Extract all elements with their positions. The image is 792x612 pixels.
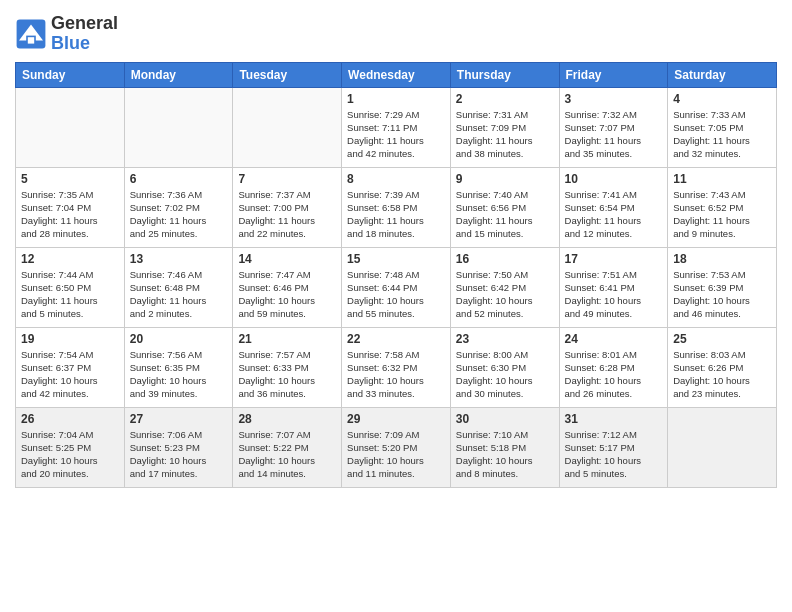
day-number: 9 — [456, 172, 554, 186]
calendar-cell: 12Sunrise: 7:44 AM Sunset: 6:50 PM Dayli… — [16, 247, 125, 327]
day-number: 24 — [565, 332, 663, 346]
day-number: 8 — [347, 172, 445, 186]
weekday-wednesday: Wednesday — [342, 62, 451, 87]
day-number: 30 — [456, 412, 554, 426]
logo-text: GeneralBlue — [51, 14, 118, 54]
day-number: 4 — [673, 92, 771, 106]
day-info: Sunrise: 7:40 AM Sunset: 6:56 PM Dayligh… — [456, 188, 554, 241]
calendar-cell: 18Sunrise: 7:53 AM Sunset: 6:39 PM Dayli… — [668, 247, 777, 327]
day-info: Sunrise: 7:57 AM Sunset: 6:33 PM Dayligh… — [238, 348, 336, 401]
day-number: 3 — [565, 92, 663, 106]
svg-rect-3 — [28, 37, 34, 43]
day-info: Sunrise: 7:43 AM Sunset: 6:52 PM Dayligh… — [673, 188, 771, 241]
week-row-4: 19Sunrise: 7:54 AM Sunset: 6:37 PM Dayli… — [16, 327, 777, 407]
day-number: 20 — [130, 332, 228, 346]
day-info: Sunrise: 7:10 AM Sunset: 5:18 PM Dayligh… — [456, 428, 554, 481]
week-row-3: 12Sunrise: 7:44 AM Sunset: 6:50 PM Dayli… — [16, 247, 777, 327]
day-info: Sunrise: 7:58 AM Sunset: 6:32 PM Dayligh… — [347, 348, 445, 401]
week-row-2: 5Sunrise: 7:35 AM Sunset: 7:04 PM Daylig… — [16, 167, 777, 247]
day-number: 15 — [347, 252, 445, 266]
day-number: 11 — [673, 172, 771, 186]
day-info: Sunrise: 7:50 AM Sunset: 6:42 PM Dayligh… — [456, 268, 554, 321]
day-info: Sunrise: 7:54 AM Sunset: 6:37 PM Dayligh… — [21, 348, 119, 401]
header: GeneralBlue — [15, 10, 777, 54]
day-info: Sunrise: 7:32 AM Sunset: 7:07 PM Dayligh… — [565, 108, 663, 161]
day-info: Sunrise: 7:31 AM Sunset: 7:09 PM Dayligh… — [456, 108, 554, 161]
day-number: 31 — [565, 412, 663, 426]
day-info: Sunrise: 7:29 AM Sunset: 7:11 PM Dayligh… — [347, 108, 445, 161]
day-info: Sunrise: 7:37 AM Sunset: 7:00 PM Dayligh… — [238, 188, 336, 241]
day-number: 29 — [347, 412, 445, 426]
calendar-cell: 22Sunrise: 7:58 AM Sunset: 6:32 PM Dayli… — [342, 327, 451, 407]
calendar-cell: 31Sunrise: 7:12 AM Sunset: 5:17 PM Dayli… — [559, 407, 668, 487]
day-number: 16 — [456, 252, 554, 266]
calendar-cell: 7Sunrise: 7:37 AM Sunset: 7:00 PM Daylig… — [233, 167, 342, 247]
calendar-cell: 6Sunrise: 7:36 AM Sunset: 7:02 PM Daylig… — [124, 167, 233, 247]
day-number: 23 — [456, 332, 554, 346]
calendar-cell: 8Sunrise: 7:39 AM Sunset: 6:58 PM Daylig… — [342, 167, 451, 247]
day-number: 19 — [21, 332, 119, 346]
calendar-cell: 15Sunrise: 7:48 AM Sunset: 6:44 PM Dayli… — [342, 247, 451, 327]
day-info: Sunrise: 8:03 AM Sunset: 6:26 PM Dayligh… — [673, 348, 771, 401]
weekday-thursday: Thursday — [450, 62, 559, 87]
weekday-friday: Friday — [559, 62, 668, 87]
week-row-1: 1Sunrise: 7:29 AM Sunset: 7:11 PM Daylig… — [16, 87, 777, 167]
calendar-cell: 2Sunrise: 7:31 AM Sunset: 7:09 PM Daylig… — [450, 87, 559, 167]
day-info: Sunrise: 7:46 AM Sunset: 6:48 PM Dayligh… — [130, 268, 228, 321]
day-info: Sunrise: 8:01 AM Sunset: 6:28 PM Dayligh… — [565, 348, 663, 401]
day-number: 2 — [456, 92, 554, 106]
weekday-saturday: Saturday — [668, 62, 777, 87]
weekday-header-row: SundayMondayTuesdayWednesdayThursdayFrid… — [16, 62, 777, 87]
calendar-cell: 20Sunrise: 7:56 AM Sunset: 6:35 PM Dayli… — [124, 327, 233, 407]
day-number: 7 — [238, 172, 336, 186]
calendar-cell: 30Sunrise: 7:10 AM Sunset: 5:18 PM Dayli… — [450, 407, 559, 487]
calendar-cell: 13Sunrise: 7:46 AM Sunset: 6:48 PM Dayli… — [124, 247, 233, 327]
calendar-cell — [124, 87, 233, 167]
day-info: Sunrise: 7:53 AM Sunset: 6:39 PM Dayligh… — [673, 268, 771, 321]
day-number: 14 — [238, 252, 336, 266]
day-info: Sunrise: 7:06 AM Sunset: 5:23 PM Dayligh… — [130, 428, 228, 481]
day-info: Sunrise: 8:00 AM Sunset: 6:30 PM Dayligh… — [456, 348, 554, 401]
day-info: Sunrise: 7:04 AM Sunset: 5:25 PM Dayligh… — [21, 428, 119, 481]
day-info: Sunrise: 7:41 AM Sunset: 6:54 PM Dayligh… — [565, 188, 663, 241]
day-number: 21 — [238, 332, 336, 346]
day-number: 10 — [565, 172, 663, 186]
logo-icon — [15, 18, 47, 50]
calendar-cell: 27Sunrise: 7:06 AM Sunset: 5:23 PM Dayli… — [124, 407, 233, 487]
day-number: 22 — [347, 332, 445, 346]
calendar-cell: 3Sunrise: 7:32 AM Sunset: 7:07 PM Daylig… — [559, 87, 668, 167]
calendar-cell — [16, 87, 125, 167]
calendar-cell: 26Sunrise: 7:04 AM Sunset: 5:25 PM Dayli… — [16, 407, 125, 487]
calendar-cell: 1Sunrise: 7:29 AM Sunset: 7:11 PM Daylig… — [342, 87, 451, 167]
calendar-cell: 14Sunrise: 7:47 AM Sunset: 6:46 PM Dayli… — [233, 247, 342, 327]
day-number: 26 — [21, 412, 119, 426]
day-info: Sunrise: 7:12 AM Sunset: 5:17 PM Dayligh… — [565, 428, 663, 481]
calendar-cell: 28Sunrise: 7:07 AM Sunset: 5:22 PM Dayli… — [233, 407, 342, 487]
day-info: Sunrise: 7:33 AM Sunset: 7:05 PM Dayligh… — [673, 108, 771, 161]
logo: GeneralBlue — [15, 14, 118, 54]
calendar: SundayMondayTuesdayWednesdayThursdayFrid… — [15, 62, 777, 488]
day-info: Sunrise: 7:56 AM Sunset: 6:35 PM Dayligh… — [130, 348, 228, 401]
calendar-cell — [668, 407, 777, 487]
calendar-cell: 11Sunrise: 7:43 AM Sunset: 6:52 PM Dayli… — [668, 167, 777, 247]
day-number: 6 — [130, 172, 228, 186]
day-info: Sunrise: 7:47 AM Sunset: 6:46 PM Dayligh… — [238, 268, 336, 321]
calendar-cell: 19Sunrise: 7:54 AM Sunset: 6:37 PM Dayli… — [16, 327, 125, 407]
calendar-cell: 24Sunrise: 8:01 AM Sunset: 6:28 PM Dayli… — [559, 327, 668, 407]
day-info: Sunrise: 7:48 AM Sunset: 6:44 PM Dayligh… — [347, 268, 445, 321]
calendar-cell: 17Sunrise: 7:51 AM Sunset: 6:41 PM Dayli… — [559, 247, 668, 327]
calendar-cell: 21Sunrise: 7:57 AM Sunset: 6:33 PM Dayli… — [233, 327, 342, 407]
day-info: Sunrise: 7:51 AM Sunset: 6:41 PM Dayligh… — [565, 268, 663, 321]
day-number: 12 — [21, 252, 119, 266]
weekday-tuesday: Tuesday — [233, 62, 342, 87]
day-info: Sunrise: 7:09 AM Sunset: 5:20 PM Dayligh… — [347, 428, 445, 481]
calendar-cell: 25Sunrise: 8:03 AM Sunset: 6:26 PM Dayli… — [668, 327, 777, 407]
calendar-cell: 23Sunrise: 8:00 AM Sunset: 6:30 PM Dayli… — [450, 327, 559, 407]
calendar-cell: 29Sunrise: 7:09 AM Sunset: 5:20 PM Dayli… — [342, 407, 451, 487]
calendar-cell: 9Sunrise: 7:40 AM Sunset: 6:56 PM Daylig… — [450, 167, 559, 247]
day-number: 1 — [347, 92, 445, 106]
calendar-cell: 4Sunrise: 7:33 AM Sunset: 7:05 PM Daylig… — [668, 87, 777, 167]
day-number: 17 — [565, 252, 663, 266]
day-number: 13 — [130, 252, 228, 266]
day-info: Sunrise: 7:39 AM Sunset: 6:58 PM Dayligh… — [347, 188, 445, 241]
